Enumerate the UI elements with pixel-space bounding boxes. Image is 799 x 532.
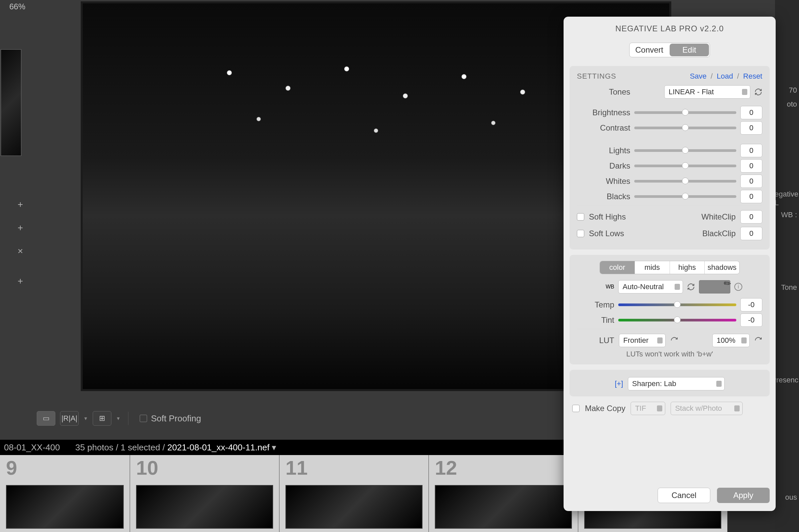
make-copy-row: Make Copy TIF Stack w/Photo [569,402,770,418]
blacks-value[interactable]: 0 [740,190,762,203]
lut-label: LUT [577,336,614,345]
lut-warning: LUTs won't work with 'b+w' [577,350,762,358]
soft-proofing-checkbox[interactable] [140,415,147,422]
tint-value[interactable]: -0 [740,314,762,327]
whites-label: Whites [577,176,630,186]
brightness-slider[interactable] [634,111,736,114]
filmstrip-thumb[interactable] [435,485,572,529]
sharpen-select[interactable]: Sharpen: Lab [628,377,725,391]
copy-format-select[interactable]: TIF [631,402,665,415]
color-panel: color mids highs shadows WB Auto-Neutral… [569,255,770,364]
filmstrip-index: 12 [435,456,457,479]
lut-select[interactable]: Frontier [619,334,666,347]
loupe-view-button[interactable]: ▭ [37,411,55,426]
settings-label: SETTINGS [577,72,616,81]
status-selected: 1 selected [121,442,160,452]
hist-value: 70 [789,86,797,95]
whites-value[interactable]: 0 [740,174,762,188]
whiteclip-label: WhiteClip [701,212,736,222]
blacks-slider[interactable] [634,195,736,198]
refresh-icon[interactable] [754,337,762,344]
tint-slider[interactable] [618,319,736,321]
darks-label: Darks [577,161,630,171]
save-link[interactable]: Save [690,72,707,80]
make-copy-label: Make Copy [585,404,625,413]
tones-label: Tones [577,87,630,97]
panel-add-icon-3[interactable]: + [16,276,25,286]
reset-link[interactable]: Reset [743,72,762,80]
filmstrip-index: 9 [6,456,17,479]
tones-select[interactable]: LINEAR - Flat [664,85,750,99]
navigator-thumb[interactable] [1,49,21,156]
side-label: ous [785,493,797,502]
dialog-title: NEGATIVE LAB PRO v2.2.0 [569,24,770,33]
reference-view-button[interactable]: ⊞ [93,411,111,426]
temp-slider[interactable] [618,303,736,306]
info-icon[interactable]: i [734,283,742,291]
load-link[interactable]: Load [716,72,733,80]
tab-shadows[interactable]: shadows [704,261,739,274]
copy-stack-select[interactable]: Stack w/Photo [671,402,743,415]
blackclip-value[interactable]: 0 [740,227,762,240]
filmstrip-cell[interactable]: 9 [0,455,130,532]
color-tabs[interactable]: color mids highs shadows [600,261,740,274]
lights-slider[interactable] [634,149,736,152]
before-after-button[interactable]: |R|A| [60,411,79,426]
temp-value[interactable]: -0 [740,298,762,311]
filmstrip-thumb[interactable] [6,485,124,529]
tab-highs[interactable]: highs [670,261,705,274]
soft-highs-checkbox[interactable] [577,213,584,221]
negative-lab-pro-dialog: NEGATIVE LAB PRO v2.2.0 Convert Edit SET… [564,17,776,511]
blacks-label: Blacks [577,192,630,201]
panel-add-icon-1[interactable]: + [16,199,25,210]
status-folder: 08-01_XX-400 [4,442,60,453]
blackclip-label: BlackClip [702,229,736,238]
tab-mids[interactable]: mids [635,261,670,274]
wb-swatch[interactable]: ✎ [699,280,730,293]
filmstrip-thumb[interactable] [136,485,273,529]
darks-slider[interactable] [634,165,736,167]
filmstrip-cell[interactable]: 12 [429,455,578,532]
make-copy-checkbox[interactable] [572,405,580,412]
apply-button[interactable]: Apply [717,488,770,503]
tab-edit[interactable]: Edit [670,44,709,56]
eyedropper-icon[interactable]: ✎ [722,278,734,290]
refresh-icon[interactable] [670,337,678,344]
whites-slider[interactable] [634,180,736,183]
zoom-level: 66% [9,2,25,11]
filmstrip-index: 10 [136,456,158,479]
add-sharpen-link[interactable]: [+] [615,379,623,388]
filmstrip-index: 11 [286,456,308,479]
contrast-slider[interactable] [634,127,736,129]
contrast-value[interactable]: 0 [740,121,762,135]
panel-add-icon-2[interactable]: + [16,223,25,233]
wb-label: WB [577,284,614,290]
tab-convert[interactable]: Convert [630,43,669,57]
filmstrip-thumb[interactable] [286,485,422,529]
refresh-icon[interactable] [754,88,762,96]
lightroom-right-panel: 70 oto egative L WB : Tone Presenc ous [775,0,799,532]
sharpen-panel: [+] Sharpen: Lab [569,370,770,396]
mode-segmented-control[interactable]: Convert Edit [629,43,710,57]
darks-value[interactable]: 0 [740,159,762,173]
soft-lows-checkbox[interactable] [577,230,584,237]
refresh-icon[interactable] [687,283,695,291]
status-filename[interactable]: 2021-08-01_xx-400-11.nef [167,442,269,452]
cancel-button[interactable]: Cancel [658,488,710,503]
side-label: oto [787,100,797,109]
tab-color[interactable]: color [600,261,635,274]
lut-strength-select[interactable]: 100% [712,334,750,347]
whiteclip-value[interactable]: 0 [740,210,762,224]
temp-label: Temp [577,300,614,309]
filmstrip-cell[interactable]: 10 [130,455,279,532]
panel-close-icon[interactable]: × [16,246,25,256]
contrast-label: Contrast [577,123,630,133]
status-count: 35 photos [75,442,113,452]
filmstrip-cell[interactable]: 11 [279,455,429,532]
side-label: WB : [781,211,797,219]
brightness-value[interactable]: 0 [740,106,762,119]
wb-select[interactable]: Auto-Neutral [618,280,683,293]
loupe-toolbar: ▭ |R|A| ▼ ⊞ ▼ Soft Proofing [37,407,201,430]
soft-proofing-label: Soft Proofing [151,413,201,424]
lights-value[interactable]: 0 [740,144,762,157]
